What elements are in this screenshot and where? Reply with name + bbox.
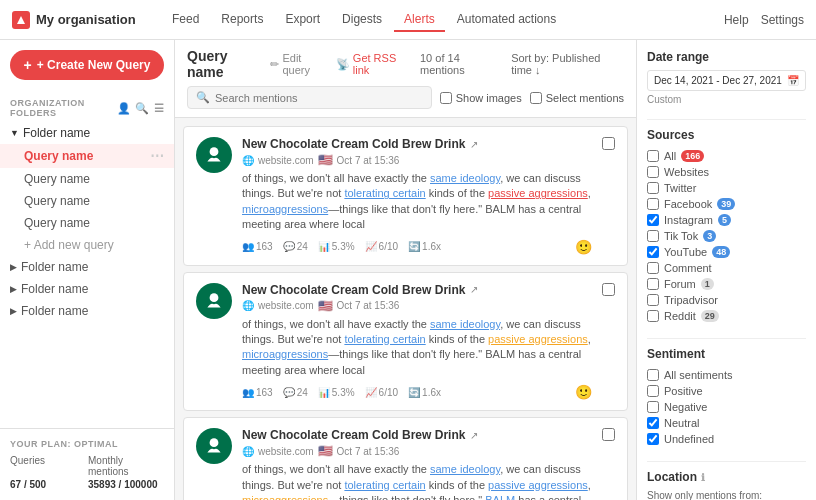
mention-stats-1: 👥 163 💬 24 📊 5.3% 📈 6/10 🔄 1.6x 🙂 — [242, 239, 592, 255]
nav-digests[interactable]: Digests — [332, 8, 392, 32]
select-mention-2[interactable] — [602, 283, 615, 296]
sidebar-item-query-4[interactable]: Query name — [0, 212, 174, 234]
org-name: My organisation — [36, 12, 136, 27]
mention-title-row-3: New Chocolate Cream Cold Brew Drink ↗ — [242, 428, 592, 442]
source-date-2: Oct 7 at 15:36 — [337, 300, 400, 311]
select-mention-1[interactable] — [602, 137, 615, 150]
nav-alerts[interactable]: Alerts — [394, 8, 445, 32]
sentiment-undefined-checkbox[interactable] — [647, 433, 659, 445]
mentions-count: 10 of 14 mentions — [420, 52, 501, 76]
sidebar-folder-3[interactable]: ▶ Folder name — [0, 278, 174, 300]
nav-automated[interactable]: Automated actions — [447, 8, 566, 32]
rss-icon: 📡 — [336, 58, 350, 71]
layout: + + Create New Query ORGANIZATION FOLDER… — [0, 40, 816, 500]
sentiment-all-checkbox[interactable] — [647, 369, 659, 381]
source-reddit-checkbox[interactable] — [647, 310, 659, 322]
show-images-checkbox[interactable] — [440, 92, 452, 104]
sidebar-folder-2[interactable]: ▶ Folder name — [0, 256, 174, 278]
mention-card-2: New Chocolate Cream Cold Brew Drink ↗ 🌐 … — [183, 272, 628, 412]
location-section: Location ℹ Show only mentions from: — [647, 470, 806, 500]
sentiment-neutral: Neutral — [647, 415, 806, 431]
source-twitter-checkbox[interactable] — [647, 182, 659, 194]
source-tripadvisor: Tripadvisor — [647, 292, 806, 308]
source-youtube-checkbox[interactable] — [647, 246, 659, 258]
sources-title: Sources — [647, 128, 806, 142]
create-query-button[interactable]: + + Create New Query — [10, 50, 164, 80]
source-youtube-badge: 48 — [712, 246, 730, 258]
sentiment-neutral-checkbox[interactable] — [647, 417, 659, 429]
sentiment-all: All sentiments — [647, 367, 806, 383]
mention-title-1: New Chocolate Cream Cold Brew Drink — [242, 137, 465, 151]
divider-1 — [647, 119, 806, 120]
search-input[interactable] — [215, 92, 423, 104]
sidebar-item-query-1[interactable]: Query name ⋯ — [0, 144, 174, 168]
add-user-icon[interactable]: 👤 — [117, 102, 132, 115]
sidebar-item-query-3[interactable]: Query name — [0, 190, 174, 212]
source-youtube-label: YouTube — [664, 246, 707, 258]
sidebar-folder-1[interactable]: ▼ Folder name — [0, 122, 174, 144]
plan-stats: Queries Monthly mentions 67 / 500 35893 … — [10, 455, 164, 490]
query-2-label: Query name — [24, 172, 90, 186]
source-facebook-label: Facebook — [664, 198, 712, 210]
nav-help[interactable]: Help — [724, 13, 749, 27]
add-new-query-link[interactable]: + Add new query — [0, 234, 174, 256]
source-tiktok-checkbox[interactable] — [647, 230, 659, 242]
sentiment-positive-checkbox[interactable] — [647, 385, 659, 397]
source-globe-icon-3: 🌐 — [242, 446, 254, 457]
plus-icon: + — [24, 57, 32, 73]
location-desc: Show only mentions from: — [647, 490, 806, 500]
info-icon: ℹ — [701, 472, 705, 483]
sidebar-item-query-2[interactable]: Query name — [0, 168, 174, 190]
search-icon: 🔍 — [196, 91, 210, 104]
nav-reports[interactable]: Reports — [211, 8, 273, 32]
edit-query-button[interactable]: ✏ Edit query — [270, 52, 327, 76]
nav-feed[interactable]: Feed — [162, 8, 209, 32]
source-comment-label: Comment — [664, 262, 712, 274]
source-facebook-checkbox[interactable] — [647, 198, 659, 210]
source-reddit-badge: 29 — [701, 310, 719, 322]
external-link-icon-2[interactable]: ↗ — [470, 284, 478, 295]
source-forum-checkbox[interactable] — [647, 278, 659, 290]
main: Query name ✏ Edit query 📡 Get RSS link 1… — [175, 40, 816, 500]
mention-card-1: New Chocolate Cream Cold Brew Drink ↗ 🌐 … — [183, 126, 628, 266]
chevron-right-icon-4: ▶ — [10, 306, 17, 316]
date-range-input[interactable]: Dec 14, 2021 - Dec 27, 2021 📅 — [647, 70, 806, 91]
mention-source-3: 🌐 website.com 🇺🇸 Oct 7 at 15:36 — [242, 444, 592, 458]
source-comment-checkbox[interactable] — [647, 262, 659, 274]
sort-by[interactable]: Sort by: Published time ↓ — [511, 52, 624, 76]
source-comment: Comment — [647, 260, 806, 276]
external-link-icon-1[interactable]: ↗ — [470, 139, 478, 150]
nav-settings[interactable]: Settings — [761, 13, 804, 27]
rss-link[interactable]: 📡 Get RSS link — [336, 52, 410, 76]
source-instagram-checkbox[interactable] — [647, 214, 659, 226]
nav-export[interactable]: Export — [275, 8, 330, 32]
highlight-2-2: tolerating certain — [344, 333, 425, 345]
avatar-2 — [196, 283, 232, 319]
sentiment-negative: Negative — [647, 399, 806, 415]
source-all-checkbox[interactable] — [647, 150, 659, 162]
source-websites-checkbox[interactable] — [647, 166, 659, 178]
source-tiktok-badge: 3 — [703, 230, 716, 242]
query-4-label: Query name — [24, 216, 90, 230]
mention-source-2: 🌐 website.com 🇺🇸 Oct 7 at 15:36 — [242, 299, 592, 313]
chevron-down-icon: ▼ — [10, 128, 19, 138]
sentiment-positive: Positive — [647, 383, 806, 399]
sentiment-negative-checkbox[interactable] — [647, 401, 659, 413]
search-folder-icon[interactable]: 🔍 — [135, 102, 150, 115]
highlight-1-2: tolerating certain — [344, 187, 425, 199]
select-mentions-checkbox[interactable] — [530, 92, 542, 104]
external-link-icon-3[interactable]: ↗ — [470, 430, 478, 441]
query-kebab-icon[interactable]: ⋯ — [150, 148, 164, 164]
top-nav: My organisation Feed Reports Export Dige… — [0, 0, 816, 40]
select-mentions-label[interactable]: Select mentions — [530, 92, 624, 104]
sidebar-folder-4[interactable]: ▶ Folder name — [0, 300, 174, 322]
avatar-1 — [196, 137, 232, 173]
select-mention-3[interactable] — [602, 428, 615, 441]
source-date-3: Oct 7 at 15:36 — [337, 446, 400, 457]
list-icon[interactable]: ☰ — [154, 102, 165, 115]
source-tripadvisor-checkbox[interactable] — [647, 294, 659, 306]
highlight-2-1: same ideology — [430, 318, 500, 330]
show-images-label[interactable]: Show images — [440, 92, 522, 104]
svg-point-1 — [210, 293, 219, 302]
source-twitter: Twitter — [647, 180, 806, 196]
